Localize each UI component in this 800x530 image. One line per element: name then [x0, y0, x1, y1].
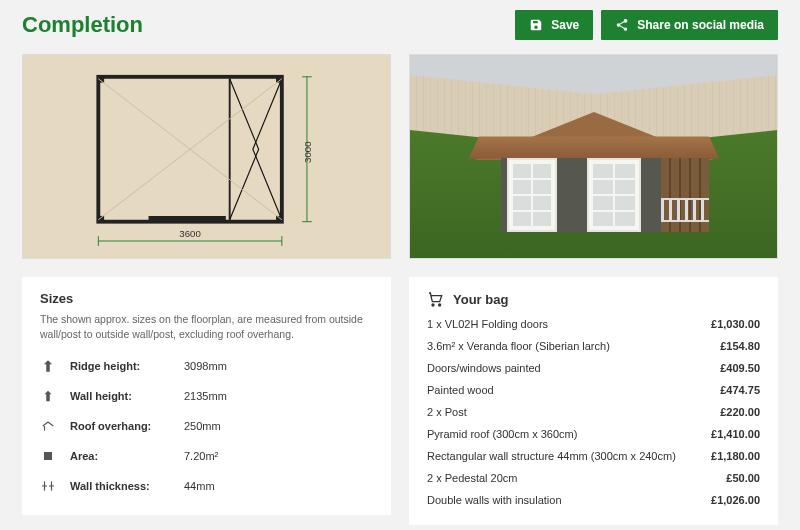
bag-item: 2 x Pedestal 20cm£50.00: [427, 467, 760, 489]
bag-item-name: Rectangular wall structure 44mm (300cm x…: [427, 450, 676, 462]
floorplan-panel: 3600 3000: [22, 54, 391, 259]
bag-item-price: £154.80: [720, 340, 760, 352]
floorplan-drawing: 3600 3000: [23, 55, 390, 258]
bag-item-name: 1 x VL02H Folding doors: [427, 318, 548, 330]
bag-item-price: £1,030.00: [711, 318, 760, 330]
bag-item: 1 x VL02H Folding doors£1,030.00: [427, 313, 760, 335]
bag-item: Doors/windows painted£409.50: [427, 357, 760, 379]
sizes-note: The shown approx. sizes on the floorplan…: [40, 312, 373, 341]
bag-item-price: £474.75: [720, 384, 760, 396]
size-row: Roof overhang: 250mm: [40, 411, 373, 441]
page-title: Completion: [22, 12, 143, 38]
svg-rect-15: [44, 452, 52, 460]
bag-item-name: Pyramid roof (300cm x 360cm): [427, 428, 577, 440]
render-panel[interactable]: [409, 54, 778, 259]
bag-item-price: £1,180.00: [711, 450, 760, 462]
size-row: Area: 7.20m²: [40, 441, 373, 471]
bag-item: Pyramid roof (300cm x 360cm)£1,410.00: [427, 423, 760, 445]
size-value: 250mm: [184, 420, 221, 432]
size-value: 3098mm: [184, 360, 227, 372]
floorplan-depth-label: 3000: [302, 141, 313, 162]
share-icon: [615, 18, 629, 32]
size-label: Area:: [70, 450, 170, 462]
wall-thickness-icon: [40, 478, 56, 494]
ridge-height-icon: [40, 358, 56, 374]
size-label: Wall thickness:: [70, 480, 170, 492]
svg-point-20: [432, 304, 434, 306]
cabin-graphic: [489, 112, 699, 252]
size-value: 7.20m²: [184, 450, 218, 462]
bag-item-price: £409.50: [720, 362, 760, 374]
save-icon: [529, 18, 543, 32]
size-label: Wall height:: [70, 390, 170, 402]
bag-item-price: £1,026.00: [711, 494, 760, 506]
size-value: 44mm: [184, 480, 215, 492]
svg-point-21: [439, 304, 441, 306]
bag-heading: Your bag: [453, 292, 508, 307]
header-actions: Save Share on social media: [515, 10, 778, 40]
size-row: Wall thickness: 44mm: [40, 471, 373, 501]
bag-item-name: Doors/windows painted: [427, 362, 541, 374]
bag-item-price: £220.00: [720, 406, 760, 418]
bag-item-name: 2 x Pedestal 20cm: [427, 472, 518, 484]
bag-item-name: Painted wood: [427, 384, 494, 396]
cart-icon: [427, 291, 443, 307]
bag-item: 3.6m² x Veranda floor (Siberian larch)£1…: [427, 335, 760, 357]
share-label: Share on social media: [637, 18, 764, 32]
bag-item: Double walls with insulation£1,026.00: [427, 489, 760, 511]
sizes-card: Sizes The shown approx. sizes on the flo…: [22, 277, 391, 515]
bag-card: Your bag 1 x VL02H Folding doors£1,030.0…: [409, 277, 778, 525]
size-row: Wall height: 2135mm: [40, 381, 373, 411]
size-label: Ridge height:: [70, 360, 170, 372]
bag-item-name: 3.6m² x Veranda floor (Siberian larch): [427, 340, 610, 352]
bag-item-price: £50.00: [726, 472, 760, 484]
size-label: Roof overhang:: [70, 420, 170, 432]
bag-item-name: 2 x Post: [427, 406, 467, 418]
save-label: Save: [551, 18, 579, 32]
size-row: Ridge height: 3098mm: [40, 351, 373, 381]
sizes-heading: Sizes: [40, 291, 373, 306]
area-icon: [40, 448, 56, 464]
share-button[interactable]: Share on social media: [601, 10, 778, 40]
bag-item: Rectangular wall structure 44mm (300cm x…: [427, 445, 760, 467]
floorplan-width-label: 3600: [179, 228, 200, 239]
wall-height-icon: [40, 388, 56, 404]
save-button[interactable]: Save: [515, 10, 593, 40]
bag-item: 2 x Post£220.00: [427, 401, 760, 423]
size-value: 2135mm: [184, 390, 227, 402]
bag-item-name: Double walls with insulation: [427, 494, 562, 506]
bag-item: Painted wood£474.75: [427, 379, 760, 401]
bag-item-price: £1,410.00: [711, 428, 760, 440]
roof-overhang-icon: [40, 418, 56, 434]
